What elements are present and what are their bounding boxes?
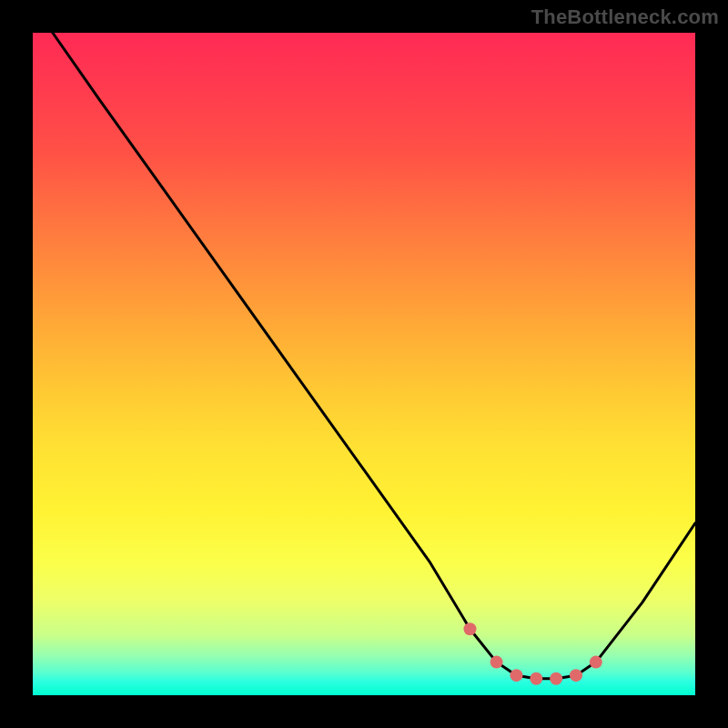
highlight-dot xyxy=(570,669,582,682)
highlight-dot xyxy=(530,672,542,685)
highlight-dots xyxy=(463,622,602,685)
highlight-dot xyxy=(490,656,503,669)
bottleneck-curve xyxy=(53,33,695,679)
highlight-dot xyxy=(590,656,602,669)
highlight-dot xyxy=(550,672,562,685)
chart-svg xyxy=(33,33,695,695)
watermark-text: TheBottleneck.com xyxy=(531,5,719,29)
plot-area xyxy=(33,33,695,695)
highlight-dot xyxy=(510,669,522,682)
highlight-dot xyxy=(463,622,476,635)
chart-frame: TheBottleneck.com xyxy=(0,0,728,728)
